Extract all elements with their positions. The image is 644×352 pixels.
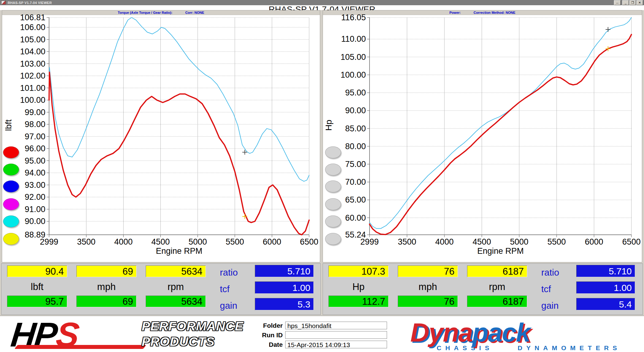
app-icon	[1, 1, 6, 5]
y-tick-label: 104.00	[0, 47, 45, 56]
torque-y-axis-label: lbft	[4, 114, 13, 136]
app-title-strip: RHAS-SP V1.7-04 VIEWER	[0, 5, 644, 10]
app-window: RHAS-SP V1.7-04 VIEWER ↔ _ ❐ ✕ RHAS-SP V…	[0, 0, 644, 352]
x-tick-label: 4000	[102, 237, 145, 247]
x-tick-label: 3500	[65, 237, 108, 247]
legend-ellipse-red[interactable]	[3, 146, 19, 158]
run-id-label: Run ID	[253, 331, 283, 339]
x-tick-label: 5500	[535, 237, 578, 247]
torque-x-axis-label: Engine RPM	[49, 246, 309, 256]
power-x-axis-label: Engine RPM	[370, 246, 631, 256]
x-tick-label: 6000	[251, 237, 293, 247]
y-tick-label: 101.00	[0, 83, 45, 93]
x-tick-label: 3500	[385, 237, 428, 247]
title-bar-text: RHAS-SP V1.7-04 VIEWER	[8, 1, 52, 5]
tcf-value: 1.00	[576, 281, 635, 294]
rpm-run2-value: 6187	[467, 296, 527, 307]
tcf-label: tcf	[541, 284, 551, 294]
dynapack-logo: Dynapack	[410, 317, 530, 348]
torque-panel-header: Torque (Axle Torque / Gear Ratio):Corr: …	[2, 10, 320, 15]
tcf-value: 1.00	[255, 281, 314, 294]
ratio-label: ratio	[541, 267, 559, 278]
x-tick-label: 4500	[139, 237, 182, 247]
legend-ellipse-blue[interactable]	[3, 180, 19, 192]
power-stats-panel: 107.3 76 6187 Hp mph rpm 112.7 76 6187 r…	[323, 263, 643, 315]
torque-run1-value: 90.4	[7, 265, 67, 277]
restore-button[interactable]: ❐	[629, 0, 636, 5]
rpm-run2-value: 5634	[146, 296, 206, 307]
folder-field-row: Folder hps_15hondafit	[253, 322, 388, 330]
y-tick-label: 110.00	[320, 34, 366, 44]
footer: HPS PERFORMANCE PRODUCTS Folder hps_15ho…	[0, 315, 644, 352]
x-tick-label: 5000	[498, 237, 541, 247]
legend-ellipse-gray-3[interactable]	[325, 180, 341, 192]
rpm-unit-label: rpm	[146, 281, 206, 292]
ratio-value: 5.710	[255, 265, 314, 277]
legend-ellipse-gray-4[interactable]	[325, 198, 341, 210]
torque-header-label: Torque (Axle Torque / Gear Ratio):	[118, 11, 172, 14]
legend-ellipse-gray-5[interactable]	[325, 215, 341, 227]
torque-stats-panel: 90.4 69 5634 lbft mph rpm 95.7 69 5634 r…	[1, 263, 321, 315]
gain-value: 5.3	[255, 298, 314, 310]
rpm-run1-value: 6187	[467, 265, 527, 277]
y-tick-label: 106.00	[0, 23, 45, 32]
folder-input[interactable]: hps_15hondafit	[285, 322, 387, 329]
minimize-button[interactable]: _	[622, 0, 629, 5]
ratio-label: ratio	[220, 267, 238, 278]
mph-unit-label: mph	[398, 281, 458, 292]
x-tick-label: 5500	[213, 237, 256, 247]
legend-ellipse-gray-2[interactable]	[325, 164, 341, 176]
close-button[interactable]: ✕	[636, 0, 643, 5]
legend-ellipse-yellow[interactable]	[3, 233, 19, 245]
legend-ellipse-cyan[interactable]	[3, 215, 19, 227]
ratio-value: 5.710	[576, 265, 635, 277]
gain-value: 5.4	[576, 298, 635, 310]
power-run2-value: 112.7	[328, 296, 389, 307]
dynapack-logo-pack: pack	[472, 318, 530, 347]
dynapack-dynamometers-text: DYNAMOMETERS	[518, 344, 621, 352]
legend-ellipse-green[interactable]	[3, 164, 19, 176]
tcf-label: tcf	[220, 284, 230, 294]
legend-ellipse-gray-6[interactable]	[325, 233, 341, 245]
power-unit-label: Hp	[328, 281, 389, 292]
hps-tagline: PERFORMANCE PRODUCTS	[142, 319, 243, 349]
power-y-axis-label: Hp	[324, 114, 334, 136]
hps-tagline-line2: PRODUCTS	[142, 334, 243, 349]
legend-ellipse-magenta[interactable]	[3, 198, 19, 210]
power-run1-value: 107.3	[328, 265, 389, 277]
folder-label: Folder	[253, 322, 283, 330]
hps-tagline-line1: PERFORMANCE	[142, 319, 243, 334]
legend-ellipse-gray-1[interactable]	[325, 146, 341, 158]
y-tick-label: 116.05	[320, 13, 366, 22]
rpm-unit-label: rpm	[467, 281, 527, 292]
y-tick-label: 90.00	[320, 106, 366, 115]
x-tick-label: 6000	[573, 237, 615, 247]
y-tick-label: 103.00	[0, 59, 45, 68]
power-header-label: Power:	[450, 11, 461, 14]
hps-logo-swoosh	[14, 345, 146, 349]
run-id-input[interactable]	[285, 331, 387, 339]
power-header-corr: Correction Method: NONE	[473, 11, 515, 14]
dynapack-chassis-text: CHASSIS	[437, 344, 493, 352]
x-tick-label: 5000	[176, 237, 219, 247]
y-tick-label: 105.00	[0, 35, 45, 44]
date-input[interactable]: 15-Apr-2015 14:09:13	[285, 341, 387, 348]
torque-unit-label: lbft	[7, 281, 67, 292]
rpm-run1-value: 5634	[146, 265, 206, 277]
mph-unit-label: mph	[76, 281, 136, 292]
context-help-icon[interactable]: ↔	[614, 0, 621, 5]
power-chart: 29993500400045005000550060006500116.0511…	[370, 17, 631, 235]
y-tick-label: 102.00	[0, 71, 45, 80]
title-bar: RHAS-SP V1.7-04 VIEWER ↔ _ ❐ ✕	[0, 0, 644, 5]
x-tick-label: 4000	[423, 237, 466, 247]
gain-label: gain	[220, 300, 237, 311]
date-label: Date	[253, 341, 283, 349]
y-tick-label: 105.00	[320, 52, 366, 62]
y-tick-label: 100.00	[320, 70, 366, 79]
x-tick-label: 6500	[610, 237, 644, 247]
window-controls: ↔ _ ❐ ✕	[614, 0, 643, 5]
torque-run2-value: 95.7	[7, 296, 67, 307]
dynapack-logo-dyna: Dyna	[410, 318, 472, 347]
page-title: RHAS-SP V1.7-04 VIEWER	[0, 5, 644, 10]
speed-run2-value: 76	[398, 296, 458, 307]
